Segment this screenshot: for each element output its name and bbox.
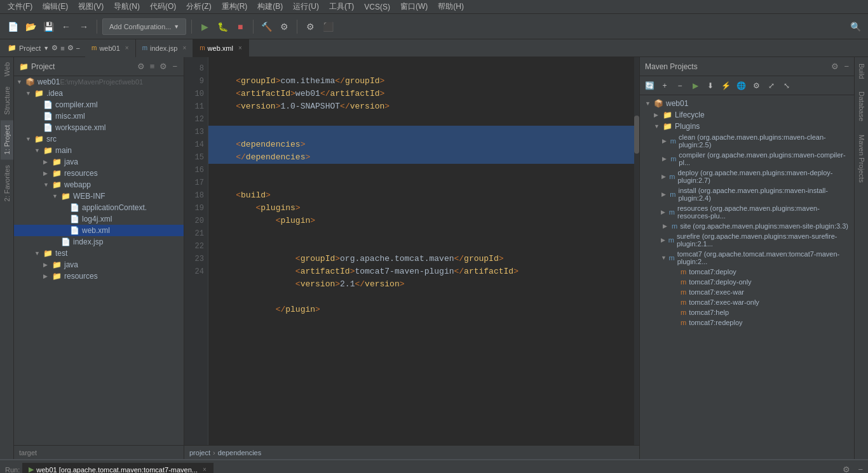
maven-plugin-compiler[interactable]: ▶ m compiler (org.apache.maven.plugins:m… (640, 150, 854, 168)
build-project-btn[interactable]: 🔨 (259, 19, 274, 34)
maven-goal-deploy-only[interactable]: ▶ m tomcat7:deploy-only (640, 277, 854, 287)
tree-index-jsp[interactable]: ▶ 📄 index.jsp (14, 236, 184, 248)
maven-add-btn[interactable]: + (658, 79, 672, 93)
breadcrumb-project[interactable]: project (189, 449, 210, 456)
maven-remove-btn[interactable]: − (673, 79, 687, 93)
maven-plugin-surefire[interactable]: ▶ m surefire (org.apache.maven.plugins:m… (640, 231, 854, 249)
maven-goal-exec-war-only[interactable]: ▶ m tomcat7:exec-war-only (640, 297, 854, 307)
vtab-2-favorites[interactable]: 2: Favorites (1, 160, 13, 206)
bottom-minus-icon[interactable]: − (858, 465, 863, 473)
code-editor[interactable]: <groupId>com.itheima</groupId> <artifact… (208, 57, 639, 445)
debug-btn[interactable]: 🐛 (215, 19, 230, 34)
save-btn[interactable]: 💾 (41, 19, 56, 34)
project-collapse-icon[interactable]: ≡ (149, 60, 156, 72)
menu-file[interactable]: 文件(F) (3, 0, 37, 13)
bottom-settings-icon[interactable]: ⚙ (843, 465, 850, 473)
maven-plugin-tomcat7[interactable]: ▼ m tomcat7 (org.apache.tomcat.maven:tom… (640, 249, 854, 267)
vtab-build[interactable]: Build (855, 57, 868, 85)
maven-plugins[interactable]: ▼ 📁 Plugins (640, 121, 854, 132)
maven-toggle-offline-btn[interactable]: 🌐 (734, 79, 748, 93)
vtab-structure[interactable]: Structure (1, 81, 13, 120)
gear-icon[interactable]: ⚙ (67, 44, 74, 52)
tree-web-xml[interactable]: ▶ 📄 web.xml (14, 225, 184, 236)
tree-test[interactable]: ▼ 📁 test (14, 248, 184, 259)
tab-close-indexjsp[interactable]: × (182, 44, 186, 51)
tree-src[interactable]: ▼ 📁 src (14, 133, 184, 145)
tab-close-webxml[interactable]: × (238, 44, 242, 51)
collapse-icon[interactable]: ≡ (60, 44, 64, 52)
tab-web-xml[interactable]: m web.xml × (193, 39, 249, 57)
tree-main[interactable]: ▼ 📁 main (14, 145, 184, 156)
menu-code[interactable]: 代码(O) (145, 0, 181, 13)
menu-window[interactable]: 窗口(W) (395, 0, 433, 13)
menu-analyze[interactable]: 分析(Z) (181, 0, 216, 13)
tree-workspace-xml[interactable]: ▶ 📄 workspace.xml (14, 122, 184, 133)
maven-root-web01[interactable]: ▼ 📦 web01 (640, 98, 854, 109)
menu-build[interactable]: 构建(B) (252, 0, 288, 13)
maven-plugin-deploy[interactable]: ▶ m deploy (org.apache.maven.plugins:mav… (640, 168, 854, 185)
maven-collapse-all-btn[interactable]: ⤡ (780, 79, 794, 93)
maven-goal-deploy[interactable]: ▶ m tomcat7:deploy (640, 267, 854, 277)
menu-tools[interactable]: 工具(T) (324, 0, 359, 13)
run-btn[interactable]: ▶ (197, 19, 212, 34)
maven-goal-help[interactable]: ▶ m tomcat7:help (640, 307, 854, 317)
tab-close-web01[interactable]: × (125, 44, 129, 51)
maven-skip-tests-btn[interactable]: ⚡ (719, 79, 733, 93)
tab-index-jsp[interactable]: m index.jsp × (136, 39, 194, 57)
maven-expand-all-btn[interactable]: ⤢ (764, 79, 778, 93)
back-btn[interactable]: ← (58, 19, 74, 34)
menu-run[interactable]: 运行(U) (288, 0, 324, 13)
settings-icon[interactable]: ⚙ (51, 44, 58, 52)
tree-log4j-xml[interactable]: ▶ 📄 log4j.xml (14, 213, 184, 225)
menu-edit[interactable]: 编辑(E) (37, 0, 73, 13)
editor-scrollbar-thumb[interactable] (634, 116, 639, 154)
maven-lifecycle[interactable]: ▶ 📁 Lifecycle (640, 109, 854, 121)
tree-misc-xml[interactable]: ▶ 📄 misc.xml (14, 110, 184, 122)
maven-refresh-btn[interactable]: 🔄 (642, 79, 656, 93)
chevron-down-icon[interactable]: ▼ (43, 45, 49, 51)
maven-plugin-install[interactable]: ▶ m install (org.apache.maven.plugins:ma… (640, 185, 854, 203)
breadcrumb-target[interactable]: target (19, 449, 37, 456)
maven-download-btn[interactable]: ⬇ (703, 79, 717, 93)
tree-test-resources[interactable]: ▶ 📁 resources (14, 270, 184, 282)
tab-web01[interactable]: m web01 × (85, 39, 136, 57)
vtab-maven-projects[interactable]: Maven Projects (855, 128, 868, 189)
tree-compiler-xml[interactable]: ▶ 📄 compiler.xml (14, 99, 184, 110)
maven-plugin-resources[interactable]: ▶ m resources (org.apache.maven.plugins:… (640, 203, 854, 221)
search-everywhere-btn[interactable]: 🔍 (848, 19, 863, 34)
tree-appctx-xml[interactable]: ▶ 📄 applicationContext. (14, 202, 184, 213)
run-tab-web01[interactable]: ▶ web01 [org.apache.tomcat.maven:tomcat7… (22, 463, 214, 473)
maven-goal-redeploy[interactable]: ▶ m tomcat7:redeploy (640, 317, 854, 328)
vtab-1-project[interactable]: 1: Project (1, 120, 13, 159)
breadcrumb-dependencies[interactable]: dependencies (218, 449, 262, 456)
menu-view[interactable]: 视图(V) (73, 0, 109, 13)
maven-open-settings-btn[interactable]: ⚙ (749, 79, 763, 93)
forward-btn[interactable]: → (76, 19, 92, 34)
menu-refactor[interactable]: 重构(R) (217, 0, 253, 13)
vtab-database[interactable]: Database (855, 85, 868, 128)
minimize-icon[interactable]: − (76, 44, 80, 52)
maven-goal-exec-war[interactable]: ▶ m tomcat7:exec-war (640, 287, 854, 297)
menu-vcs[interactable]: VCS(S) (359, 1, 395, 13)
tree-test-java[interactable]: ▶ 📁 java (14, 259, 184, 270)
project-minus-icon[interactable]: − (171, 60, 179, 72)
stop-btn[interactable]: ■ (233, 19, 248, 34)
new-file-btn[interactable]: 📄 (5, 19, 20, 34)
make-btn[interactable]: ⚙ (276, 19, 292, 34)
run-tab-close[interactable]: × (203, 466, 207, 473)
menu-help[interactable]: 帮助(H) (433, 0, 469, 13)
project-settings-icon[interactable]: ⚙ (136, 60, 146, 72)
maven-run-btn[interactable]: ▶ (688, 79, 702, 93)
tree-resources[interactable]: ▶ 📁 resources (14, 168, 184, 179)
tree-root-web01[interactable]: ▼ 📦 web01 E:\myMavenProject\web01 (14, 76, 184, 88)
tree-java[interactable]: ▶ 📁 java (14, 156, 184, 168)
vtab-web[interactable]: Web (1, 57, 13, 81)
menu-navigate[interactable]: 导航(N) (109, 0, 145, 13)
maven-plugin-site[interactable]: ▶ m site (org.apache.maven.plugins:maven… (640, 221, 854, 231)
tree-webinf[interactable]: ▼ 📁 WEB-INF (14, 190, 184, 202)
maven-settings-icon[interactable]: ⚙ (831, 62, 839, 71)
project-gear-icon[interactable]: ⚙ (158, 60, 168, 72)
tree-webapp[interactable]: ▼ 📁 webapp (14, 179, 184, 190)
tree-idea[interactable]: ▼ 📁 .idea (14, 88, 184, 99)
terminal-btn[interactable]: ⬛ (320, 19, 336, 34)
